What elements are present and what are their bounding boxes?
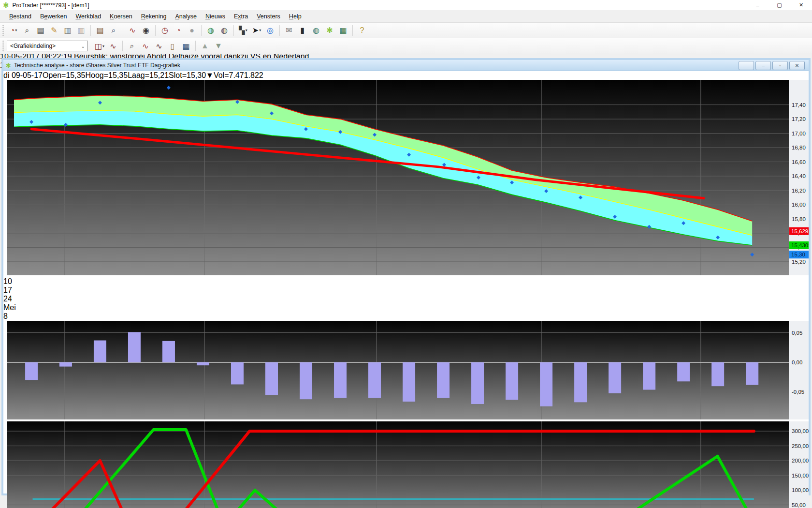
ma-histogram-chart[interactable]: 0,050,00-0,05 — [3, 321, 809, 419]
svg-text:16,20: 16,20 — [792, 188, 806, 194]
price-band-chart[interactable]: 17,4017,2017,0016,8016,6016,4016,2016,00… — [3, 80, 809, 275]
historie-icon[interactable]: ◔ — [172, 25, 185, 36]
histogram-bar — [403, 362, 415, 402]
chart-blank-button[interactable] — [739, 61, 754, 70]
chart-restore-button[interactable]: ▫ — [772, 61, 788, 70]
grafiek-slot-icon[interactable]: ∿ — [107, 40, 119, 52]
menu-vensters[interactable]: Vensters — [252, 11, 285, 22]
menu-help[interactable]: Help — [285, 11, 306, 22]
quote-open: Open=15,35 — [43, 71, 86, 79]
close-button[interactable]: ✕ — [790, 0, 812, 10]
date-tick-label: 24 — [3, 295, 809, 303]
aroon-chart[interactable]: 300,00250,00200,00150,00100,0050,000,00 — [3, 421, 809, 508]
dropdown-arrow-icon[interactable]: ▾ — [259, 28, 261, 32]
histogram-bar — [231, 362, 244, 384]
quote-vol: Vol=7.471.822 — [214, 71, 263, 79]
histogram-bar — [711, 362, 724, 386]
koers-monitor-icon[interactable]: ◉ — [140, 25, 152, 36]
grafiek-opslaan-icon[interactable]: ◫▾ — [93, 40, 106, 52]
verbinding-icon[interactable]: ▤ — [34, 25, 47, 36]
svg-text:0,05: 0,05 — [792, 330, 802, 336]
toolbar-separator — [279, 25, 280, 36]
web-info-icon[interactable]: ◍ — [310, 25, 322, 36]
histogram-bar — [574, 362, 587, 402]
svg-text:150,00: 150,00 — [792, 473, 809, 478]
histogram-bar — [368, 362, 381, 398]
histogram-bar — [506, 362, 518, 400]
grafiek-pijl-icon[interactable]: ∿ — [139, 40, 152, 52]
menu-bewerken[interactable]: Bewerken — [36, 11, 72, 22]
protrader-ster-icon[interactable]: ✱ — [323, 25, 336, 36]
buy-sell-icon[interactable]: ▥ — [61, 25, 74, 36]
chart-panels: 17,4017,2017,0016,8016,6016,4016,2016,00… — [3, 80, 809, 508]
maximize-button[interactable]: ▢ — [768, 0, 790, 10]
koersen-overzicht-icon[interactable]: ◔▾ — [7, 25, 20, 36]
histogram-bar — [677, 362, 690, 381]
liniaal-icon[interactable]: ▯ — [166, 40, 179, 52]
menu-koersen[interactable]: Koersen — [105, 11, 137, 22]
svg-text:200,00: 200,00 — [792, 458, 809, 463]
minimize-button[interactable]: – — [747, 0, 768, 10]
histogram-bar — [265, 362, 278, 395]
toolbar-separator — [195, 41, 196, 51]
svg-text:16,80: 16,80 — [792, 145, 806, 150]
grafiek-zoeken-icon[interactable]: ⌕ — [126, 40, 138, 52]
dropdown-arrow-icon[interactable]: ▾ — [15, 28, 17, 32]
rekenmachine-icon[interactable]: ▮ — [296, 25, 309, 36]
koersalarm-icon[interactable]: ▦ — [337, 25, 349, 36]
toolbar-separator — [155, 25, 156, 36]
quote-slot: Slot=15,30 — [169, 71, 206, 79]
chart-close-button[interactable]: ✕ — [789, 61, 805, 70]
menu-extra[interactable]: Extra — [230, 11, 252, 22]
histogram-bar — [471, 362, 484, 404]
buy-sell-grijs-icon[interactable]: ▥ — [75, 25, 87, 36]
histogram-bar — [197, 362, 209, 365]
toolbar-separator — [90, 25, 91, 36]
svg-text:-0,05: -0,05 — [792, 389, 804, 395]
email-icon[interactable]: ✉ — [283, 25, 295, 36]
menu-rekening[interactable]: Rekening — [137, 11, 171, 22]
adresboek-icon[interactable]: ▤ — [94, 25, 106, 36]
toolbar-separator — [233, 25, 234, 36]
menu-nieuws[interactable]: Nieuws — [201, 11, 230, 22]
tabel-icon[interactable]: ▦ — [180, 40, 192, 52]
quote-hoog: Hoog=15,35 — [85, 71, 128, 79]
dropdown-arrow-icon[interactable]: ▾ — [246, 28, 247, 32]
aanwijzer-icon[interactable]: ➤▾ — [250, 25, 263, 36]
chart-window-title-bar: ✱ Technische analyse - share iShares Sil… — [3, 60, 809, 71]
meter-donker-icon[interactable]: ◍ — [218, 25, 231, 36]
quote-info-bar: di 09-05-17Open=15,35Hoog=15,35Laag=15,2… — [3, 71, 809, 80]
svg-text:16,40: 16,40 — [792, 173, 806, 179]
help-icon[interactable]: ? — [356, 25, 368, 36]
export-icon[interactable]: ▼ — [212, 40, 225, 52]
order-invoer-icon[interactable]: ✎ — [48, 25, 60, 36]
grafiek-pin-icon[interactable]: ∿ — [153, 40, 165, 52]
main-toolbar: ◔▾⌕▤✎▥▥▤⌕∿◉◷◔●◍◍▚▾➤▾◎✉▮◍✱▦? — [0, 23, 812, 38]
wereld-icon[interactable]: ● — [186, 25, 198, 36]
toolbar-separator — [352, 25, 353, 36]
dropdown-arrow-icon[interactable]: ▾ — [102, 44, 104, 48]
histogram-bar — [540, 362, 552, 406]
chart-minimize-button[interactable]: – — [755, 61, 771, 70]
intraday-klok-icon[interactable]: ◷ — [159, 25, 171, 36]
menu-analyse[interactable]: Analyse — [171, 11, 201, 22]
stappen-icon[interactable]: ▚▾ — [237, 25, 249, 36]
svg-text:50,00: 50,00 — [792, 502, 806, 508]
meter-groen-icon[interactable]: ◍ — [204, 25, 217, 36]
koers-zoeken-icon[interactable]: ⌕ — [21, 25, 33, 36]
svg-text:17,00: 17,00 — [792, 131, 806, 136]
histogram-bar — [437, 362, 450, 398]
menu-werkblad[interactable]: Werkblad — [72, 11, 106, 22]
grafiekindeling-combobox[interactable]: <Grafiekindeling> ⌄ — [7, 41, 88, 51]
date-tick-label: 17 — [3, 286, 809, 295]
svg-text:15,6291: 15,6291 — [791, 228, 809, 234]
nieuws-zoeken-icon[interactable]: ⌕ — [107, 25, 120, 36]
technische-analyse-icon[interactable]: ∿ — [126, 25, 139, 36]
chart-mdi-window: ✱ Technische analyse - share iShares Sil… — [1, 58, 811, 495]
import-icon[interactable]: ▲ — [199, 40, 211, 52]
protrader-app: ✱ ProTrader [******793] - [dem1] – ▢ ✕ B… — [0, 0, 812, 508]
menu-bestand[interactable]: Bestand — [5, 11, 36, 22]
volume-down-icon: ▼ — [206, 71, 214, 79]
vergroot-plus-icon[interactable]: ◎ — [264, 25, 276, 36]
date-tick-label: 8 — [3, 312, 809, 321]
